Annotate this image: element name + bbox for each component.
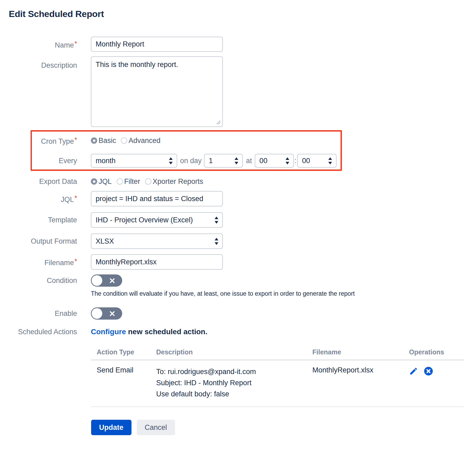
- update-button[interactable]: Update: [91, 420, 131, 435]
- condition-toggle[interactable]: [91, 274, 122, 287]
- column-header-filename: Filename: [312, 348, 409, 356]
- column-header-operations: Operations: [409, 348, 464, 356]
- radio-icon: [121, 137, 127, 144]
- jql-input[interactable]: [91, 191, 223, 206]
- cron-type-radio-basic[interactable]: Basic: [91, 137, 116, 145]
- template-label: Template: [0, 216, 77, 224]
- cancel-button[interactable]: Cancel: [137, 420, 175, 435]
- template-select[interactable]: IHD - Project Overview (Excel): [91, 212, 223, 228]
- filename-row: Filename: [0, 254, 476, 270]
- operations-cell: [409, 366, 464, 400]
- at-label: at: [246, 157, 252, 165]
- cron-type-row: Cron Type Basic Advanced: [0, 136, 476, 145]
- every-row: Every month on day 1 at 00: [0, 154, 476, 168]
- export-data-radio-jql[interactable]: JQL: [91, 177, 112, 186]
- select-spinner-icon: [214, 238, 219, 245]
- select-spinner-icon: [169, 157, 173, 164]
- template-row: Template IHD - Project Overview (Excel): [0, 212, 476, 228]
- action-type-cell: Send Email: [91, 366, 156, 400]
- select-spinner-icon: [214, 217, 219, 224]
- on-day-label: on day: [180, 157, 202, 165]
- export-data-label: Export Data: [0, 177, 77, 186]
- enable-toggle[interactable]: [91, 307, 122, 320]
- column-header-description: Description: [156, 348, 312, 356]
- output-format-row: Output Format XLSX: [0, 234, 476, 249]
- scheduled-action-text: new scheduled action.: [126, 328, 207, 336]
- condition-row: Condition The condition will evaluate if…: [0, 274, 476, 297]
- radio-icon: [91, 137, 97, 144]
- radio-icon: [117, 178, 123, 185]
- export-data-row: Export Data JQL Filter Xporter Reports: [0, 177, 476, 186]
- description-cell: To: rui.rodrigues@xpand-it.com Subject: …: [156, 366, 312, 400]
- every-day-select[interactable]: 1: [204, 154, 243, 168]
- description-row: Description This is the monthly report.: [0, 56, 476, 127]
- name-label: Name: [0, 39, 77, 49]
- scheduled-actions-table: Action Type Description Filename Operati…: [91, 348, 464, 407]
- description-textarea[interactable]: This is the monthly report.: [91, 56, 223, 127]
- enable-row: Enable: [0, 307, 476, 320]
- jql-row: JQL: [0, 191, 476, 206]
- radio-icon: [145, 178, 151, 185]
- toggle-off-x-icon: [109, 278, 115, 284]
- every-unit-select[interactable]: month: [91, 154, 177, 168]
- enable-label: Enable: [0, 309, 77, 318]
- filename-input[interactable]: [91, 254, 223, 270]
- edit-pencil-icon[interactable]: [409, 367, 418, 376]
- every-minute-select[interactable]: 00: [297, 154, 337, 168]
- edit-scheduled-report-form: Name Description This is the monthly rep…: [0, 37, 476, 336]
- name-row: Name: [0, 37, 476, 52]
- name-input[interactable]: [91, 37, 223, 52]
- condition-label: Condition: [0, 274, 77, 285]
- column-header-action-type: Action Type: [91, 348, 156, 356]
- description-label: Description: [0, 56, 77, 70]
- output-format-label: Output Format: [0, 237, 77, 245]
- filename-cell: MonthlyReport.xlsx: [312, 366, 409, 400]
- resize-grip-icon[interactable]: [216, 120, 221, 125]
- cron-type-label: Cron Type: [0, 135, 77, 146]
- select-spinner-icon: [285, 157, 290, 164]
- output-format-select[interactable]: XLSX: [91, 234, 223, 249]
- configure-link[interactable]: Configure: [91, 328, 126, 336]
- jql-label: JQL: [0, 194, 77, 204]
- toggle-knob: [92, 275, 102, 286]
- select-spinner-icon: [328, 157, 332, 164]
- export-data-radio-filter[interactable]: Filter: [117, 177, 140, 186]
- form-actions: Update Cancel: [91, 420, 476, 435]
- select-spinner-icon: [234, 157, 239, 164]
- toggle-knob: [92, 308, 102, 319]
- time-separator: :: [295, 157, 297, 165]
- scheduled-actions-row: Scheduled Actions Configure new schedule…: [0, 328, 476, 336]
- every-hour-select[interactable]: 00: [255, 154, 294, 168]
- radio-icon: [91, 178, 97, 185]
- toggle-off-x-icon: [109, 311, 115, 317]
- every-label: Every: [0, 156, 77, 165]
- export-data-radio-xporter-reports[interactable]: Xporter Reports: [145, 177, 203, 186]
- filename-label: Filename: [0, 257, 77, 267]
- page-title: Edit Scheduled Report: [9, 8, 476, 20]
- scheduled-actions-label: Scheduled Actions: [0, 328, 77, 336]
- cron-type-radio-advanced[interactable]: Advanced: [121, 137, 160, 145]
- condition-help-text: The condition will evaluate if you have,…: [91, 290, 355, 297]
- table-header-row: Action Type Description Filename Operati…: [91, 348, 464, 360]
- table-row: Send Email To: rui.rodrigues@xpand-it.co…: [91, 360, 464, 407]
- delete-x-circle-icon[interactable]: [424, 367, 433, 376]
